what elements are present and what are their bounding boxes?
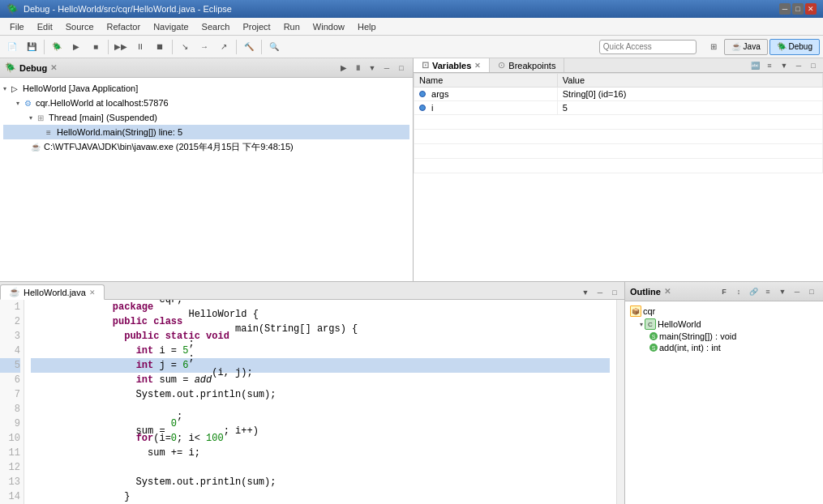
menu-refactor[interactable]: Refactor [101, 20, 148, 33]
editor-options-icon[interactable]: ▼ [579, 286, 592, 299]
variables-panel-icons: 🔤 ≡ ▼ ─ □ [748, 58, 823, 72]
outline-options-icon[interactable]: ▼ [776, 285, 789, 298]
outline-collapse-icon[interactable]: ≡ [761, 285, 774, 298]
editor-maximize-icon[interactable]: □ [608, 286, 621, 299]
debug-resume-icon[interactable]: ▶ [336, 62, 349, 75]
code-line-14: } [31, 489, 610, 504]
menu-window[interactable]: Window [306, 20, 351, 33]
menu-edit[interactable]: Edit [31, 20, 59, 33]
tb-step-return-btn[interactable]: ↗ [215, 38, 233, 56]
tb-run-btn[interactable]: ▶ [67, 38, 85, 56]
debug-minimize-icon[interactable]: ─ [380, 62, 393, 75]
variables-tab-close[interactable]: ✕ [474, 62, 481, 70]
tb-new-btn[interactable]: 📄 [3, 38, 21, 56]
vars-minimize-icon[interactable]: ─ [792, 59, 805, 72]
outline-method-add[interactable]: S add(int, int) : int [628, 342, 820, 353]
breakpoints-tab[interactable]: ⊙ Breakpoints [490, 58, 564, 72]
outline-sort-icon[interactable]: ↕ [732, 285, 745, 298]
line-num-5: 5 [0, 358, 20, 373]
vars-row-empty-2 [414, 130, 823, 144]
code-line-7: System.out.println(sum); [31, 387, 610, 402]
tb-suspend-btn[interactable]: ⏸ [131, 38, 149, 56]
vars-maximize-icon[interactable]: □ [807, 59, 820, 72]
variables-tab-label: Variables [432, 61, 471, 70]
variables-panel: ⊡ Variables ✕ ⊙ Breakpoints 🔤 ≡ ▼ ─ □ [414, 58, 823, 281]
minimize-button[interactable]: ─ [779, 3, 791, 15]
tb-sep3 [172, 40, 173, 54]
editor-tab-close[interactable]: ✕ [89, 288, 96, 297]
menu-project[interactable]: Project [236, 20, 276, 33]
tb-stop-btn[interactable]: ■ [87, 38, 105, 56]
debug-tree-item-0[interactable]: ▾ ▷ HelloWorld [Java Application] [3, 81, 409, 96]
editor-panel-icons: ▼ ─ □ [579, 286, 624, 299]
variables-tab[interactable]: ⊡ Variables ✕ [414, 58, 490, 72]
line-num-10: 10 [0, 431, 20, 446]
perspective-debug-btn[interactable]: 🪲 Debug [769, 39, 820, 55]
method-icon-main: S [649, 332, 658, 340]
quick-access-input[interactable] [599, 40, 697, 54]
menu-run[interactable]: Run [277, 20, 306, 33]
tb-sep1 [44, 40, 45, 54]
maximize-button[interactable]: □ [792, 3, 804, 15]
breakpoints-tab-icon: ⊙ [498, 60, 505, 70]
tb-perspective-open-btn[interactable]: ⊞ [705, 38, 722, 56]
tb-save-btn[interactable]: 💾 [23, 38, 41, 56]
outline-minimize-icon[interactable]: ─ [791, 285, 804, 298]
perspective-java-btn[interactable]: ☕ Java [724, 39, 768, 55]
outline-label-main: main(String[]) : void [659, 331, 736, 341]
debug-tree-item-3[interactable]: ≡ HelloWorld.main(String[]) line: 5 [3, 125, 409, 139]
outline-pkg-cqr[interactable]: 📦 cqr [628, 305, 820, 318]
vars-row-0[interactable]: args String[0] (id=16) [414, 88, 823, 101]
debug-tree-item-4[interactable]: ☕ C:\WTF\JAVA\JDK\bin\javaw.exe (2015年4月… [3, 139, 409, 154]
debug-tree-item-1[interactable]: ▾ ⚙ cqr.HelloWorld at localhost:57876 [3, 96, 409, 110]
outline-label-add: add(int, int) : int [659, 343, 721, 352]
tb-debug-btn[interactable]: 🪲 [48, 38, 66, 56]
menu-search[interactable]: Search [195, 20, 237, 33]
var-icon-1 [419, 105, 426, 111]
variables-tabs: ⊡ Variables ✕ ⊙ Breakpoints 🔤 ≡ ▼ ─ □ [414, 58, 823, 73]
debug-tree-label-4: C:\WTF\JAVA\JDK\bin\javaw.exe (2015年4月15… [44, 141, 294, 153]
outline-class-helloworld[interactable]: ▾ C HelloWorld [628, 318, 820, 331]
vars-cell-name-1: i [414, 101, 558, 115]
debug-options-icon[interactable]: ▼ [366, 62, 379, 75]
editor-minimize-icon[interactable]: ─ [594, 286, 607, 299]
menu-file[interactable]: File [3, 20, 31, 33]
outline-panel-close[interactable]: ✕ [664, 287, 671, 296]
menu-help[interactable]: Help [351, 20, 383, 33]
outline-hide-fields[interactable]: F [718, 285, 731, 298]
line-num-2: 2 [0, 314, 20, 329]
code-line-11: sum += i; [31, 446, 610, 460]
outline-maximize-icon[interactable]: □ [805, 285, 818, 298]
line-num-8: 8 [0, 402, 20, 416]
menu-navigate[interactable]: Navigate [147, 20, 195, 33]
editor-scrollbar[interactable] [616, 300, 624, 504]
tb-search-btn[interactable]: 🔍 [265, 38, 283, 56]
main-area: 🪲 Debug ✕ ▶ ⏸ ▼ ─ □ ▾ ▷ HelloWorld [Java… [0, 58, 823, 504]
code-line-1: package cqr; [31, 300, 610, 314]
vars-collapse-icon[interactable]: ≡ [763, 59, 776, 72]
debug-maximize-icon[interactable]: □ [395, 62, 408, 75]
vars-row-empty-4 [414, 159, 823, 173]
outline-link-icon[interactable]: 🔗 [747, 285, 760, 298]
menu-source[interactable]: Source [59, 20, 101, 33]
code-area[interactable]: package cqr; public class HelloWorld { p… [24, 300, 616, 504]
debug-tree-item-2[interactable]: ▾ ⊞ Thread [main] (Suspended) [3, 110, 409, 125]
debug-tree-label-2: Thread [main] (Suspended) [49, 113, 157, 122]
close-button[interactable]: ✕ [805, 3, 817, 15]
outline-method-main[interactable]: S main(String[]) : void [628, 331, 820, 342]
vars-options-icon[interactable]: ▼ [778, 59, 791, 72]
editor-tab-strip: ☕ HelloWorld.java ✕ ▼ ─ □ [0, 282, 624, 300]
tb-step-over-btn[interactable]: → [195, 38, 213, 56]
title-bar: 🪲 Debug - HelloWorld/src/cqr/HelloWorld.… [0, 0, 823, 18]
vars-row-1[interactable]: i 5 [414, 101, 823, 115]
editor-tab-helloworld[interactable]: ☕ HelloWorld.java ✕ [0, 284, 105, 300]
vars-show-type-icon[interactable]: 🔤 [748, 59, 761, 72]
class-icon-hw: C [645, 318, 656, 330]
debug-suspend-icon[interactable]: ⏸ [351, 62, 364, 75]
menu-bar: File Edit Source Refactor Navigate Searc… [0, 18, 823, 36]
tb-resume-btn[interactable]: ▶▶ [112, 38, 130, 56]
outline-panel-header: Outline ✕ F ↕ 🔗 ≡ ▼ ─ □ [625, 282, 823, 301]
tb-step-into-btn[interactable]: ↘ [176, 38, 194, 56]
tb-terminate-btn[interactable]: ⏹ [151, 38, 169, 56]
tb-build-btn[interactable]: 🔨 [240, 38, 258, 56]
